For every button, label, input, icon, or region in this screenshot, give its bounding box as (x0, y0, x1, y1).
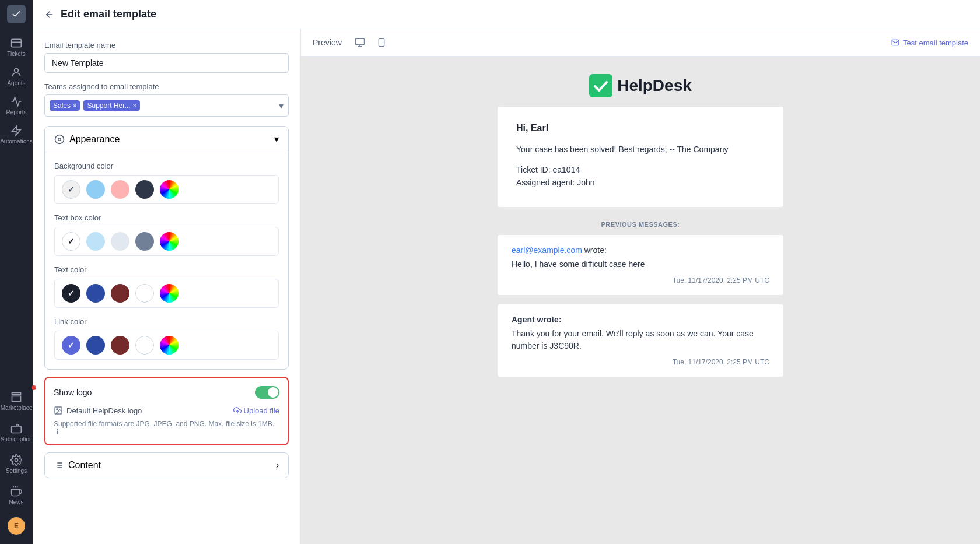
back-button[interactable] (44, 9, 55, 20)
show-logo-header: Show logo (54, 386, 279, 399)
team-tag-sales: Sales × (50, 100, 80, 111)
appearance-body: Background color Text box color (45, 152, 288, 369)
page-title: Edit email template (61, 8, 156, 20)
sidebar: Tickets Agents Reports Automations Marke… (0, 0, 33, 544)
preview-header: Preview (301, 29, 980, 57)
bg-color-label: Background color (54, 162, 279, 170)
text-color-black[interactable] (62, 284, 80, 303)
sidebar-item-settings[interactable]: Settings (0, 450, 35, 479)
text-color-section: Text color (54, 265, 279, 308)
text-color-row (54, 279, 279, 308)
sidebar-item-agents[interactable]: Agents (0, 62, 33, 91)
link-color-indigo[interactable] (62, 336, 80, 355)
textbox-color-section: Text box color (54, 213, 279, 256)
preview-label: Preview (313, 38, 342, 47)
sidebar-item-news[interactable]: News (0, 481, 35, 510)
template-name-input[interactable] (44, 53, 289, 73)
textbox-color-rainbow[interactable] (160, 232, 178, 251)
text-color-darkred[interactable] (111, 284, 130, 303)
upload-file-button[interactable]: Upload file (233, 406, 279, 415)
prev-messages-label: PREVIOUS MESSAGES: (601, 221, 680, 228)
bg-color-section: Background color (54, 162, 279, 204)
msg1-from: earl@example.com wrote: (512, 245, 769, 255)
msg1-email-link[interactable]: earl@example.com (512, 245, 582, 255)
tag-remove-sales[interactable]: × (73, 102, 76, 109)
bg-color-row (54, 175, 279, 204)
email-icon (891, 38, 900, 47)
desktop-view-button[interactable] (351, 35, 369, 50)
show-logo-toggle[interactable] (255, 386, 279, 399)
default-logo-label: Default HelpDesk logo (54, 406, 142, 415)
text-color-darkblue[interactable] (86, 284, 105, 303)
mobile-view-button[interactable] (373, 35, 390, 50)
show-logo-card: Show logo Default HelpDesk logo (44, 377, 289, 445)
team-tag-support: Support Her... × (83, 100, 139, 111)
textbox-color-white[interactable] (62, 232, 80, 251)
notification-badge (32, 385, 36, 390)
svg-point-13 (57, 409, 58, 410)
appearance-card: Appearance ▾ Background color (44, 126, 289, 370)
email-ticket-id: Ticket ID: ea1014 (516, 165, 765, 174)
sidebar-item-automations[interactable]: Automations (0, 120, 33, 149)
helpdesk-logo-icon (589, 74, 612, 97)
content-header[interactable]: Content › (45, 453, 288, 478)
link-color-rainbow[interactable] (160, 336, 178, 355)
body-split: Email template name Teams assigned to em… (33, 29, 980, 544)
sidebar-item-subscription[interactable]: Subscription (0, 418, 35, 447)
bg-color-dark[interactable] (135, 180, 154, 199)
sidebar-item-reports[interactable]: Reports (0, 91, 33, 120)
textbox-color-gray[interactable] (135, 232, 154, 251)
svg-point-10 (55, 135, 64, 143)
msg2-text: Thank you for your email. We'll reply as… (512, 328, 769, 352)
show-logo-label: Show logo (54, 388, 92, 397)
textbox-color-lightgray[interactable] (111, 232, 130, 251)
svg-rect-21 (355, 38, 364, 45)
textbox-color-lightblue[interactable] (86, 232, 105, 251)
svg-point-11 (58, 138, 61, 141)
textbox-color-row (54, 227, 279, 256)
bg-color-rainbow[interactable] (160, 180, 178, 199)
preview-icons (351, 35, 390, 50)
right-panel: Preview (301, 29, 980, 544)
content-section: Content › (44, 452, 289, 478)
appearance-chevron: ▾ (274, 134, 279, 145)
svg-point-2 (15, 68, 19, 72)
image-icon (54, 406, 63, 415)
app-logo[interactable] (7, 5, 26, 23)
content-chevron: › (276, 460, 279, 471)
appearance-header[interactable]: Appearance ▾ (45, 127, 288, 152)
msg2-time: Tue, 11/17/2020, 2:25 PM UTC (512, 358, 769, 366)
bg-color-white[interactable] (62, 180, 80, 199)
bg-color-blue[interactable] (86, 180, 105, 199)
text-color-white[interactable] (135, 284, 154, 303)
msg1-time: Tue, 11/17/2020, 2:25 PM UTC (512, 276, 769, 285)
info-icon: ℹ (56, 428, 59, 436)
content-label: Content (68, 460, 101, 471)
link-color-white[interactable] (135, 336, 154, 355)
msg1-text: Hello, I have some difficult case here (512, 258, 769, 271)
helpdesk-logo: HelpDesk (589, 74, 692, 97)
user-avatar-item[interactable]: E (0, 513, 35, 539)
text-color-rainbow[interactable] (160, 284, 178, 303)
sidebar-item-tickets[interactable]: Tickets (0, 33, 33, 62)
avatar: E (8, 517, 25, 535)
page-header: Edit email template (33, 0, 980, 29)
select-dropdown-arrow[interactable]: ▾ (279, 100, 284, 111)
teams-label: Teams assigned to email template (44, 82, 289, 91)
teams-select[interactable]: Sales × Support Her... × ▾ (44, 94, 289, 117)
template-name-label: Email template name (44, 41, 289, 50)
main-content: Edit email template Email template name … (33, 0, 980, 544)
svg-rect-26 (589, 74, 612, 97)
appearance-icon (54, 134, 65, 145)
bg-color-pink[interactable] (111, 180, 130, 199)
test-email-button[interactable]: Test email template (891, 38, 968, 47)
sidebar-item-marketplace[interactable]: Marketplace (0, 387, 35, 416)
link-color-label: Link color (54, 317, 279, 326)
message-card-2: Agent wrote: Thank you for your email. W… (498, 304, 783, 377)
svg-rect-4 (12, 426, 22, 433)
link-color-darkred[interactable] (111, 336, 130, 355)
tag-remove-support[interactable]: × (133, 102, 136, 109)
link-color-darkblue[interactable] (86, 336, 105, 355)
msg2-from: Agent wrote: (512, 315, 769, 324)
email-main-card: Hi, Earl Your case has been solved! Best… (498, 107, 783, 207)
